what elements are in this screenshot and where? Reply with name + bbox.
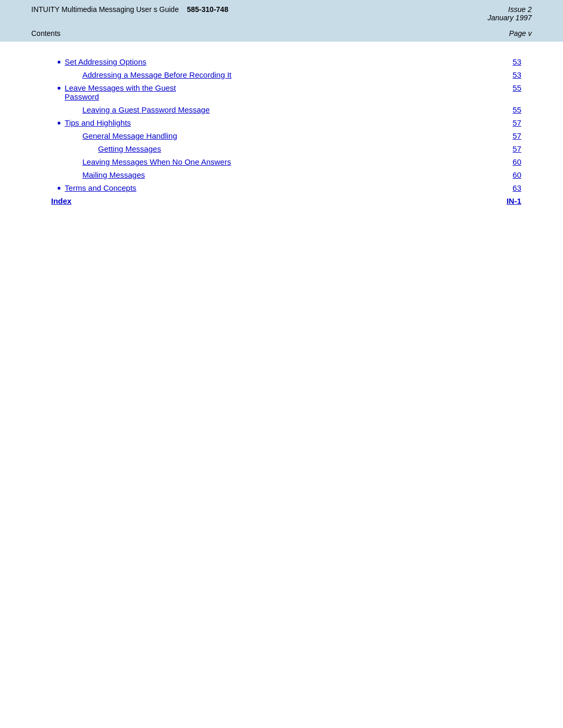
sub-header: Contents Page v [0,27,563,42]
link-index[interactable]: Index [51,196,71,205]
date-label: January 1997 [487,14,532,22]
header-left: INTUITY Multimedia Messaging User s Guid… [31,5,228,14]
page-mailing-messages[interactable]: 60 [512,170,521,179]
link-leaving-no-answer[interactable]: Leaving Messages When No One Answers [82,157,231,166]
link-getting-messages[interactable]: Getting Messages [98,144,161,153]
link-set-addressing[interactable]: Set Addressing Options [65,57,146,66]
issue-label: Issue 2 [487,5,532,14]
toc-entry-leave-messages-guest: ■ Leave Messages with the Guest Password… [42,83,521,101]
doc-number: 585-310-748 [187,5,228,14]
page-set-addressing[interactable]: 53 [512,57,521,66]
link-tips-highlights[interactable]: Tips and Highlights [65,118,131,127]
link-terms-concepts[interactable]: Terms and Concepts [65,183,137,192]
toc-entry-mailing-messages: Mailing Messages 60 [42,170,521,179]
page-general-message-handling[interactable]: 57 [512,131,521,140]
toc-entry-getting-messages: Getting Messages 57 [42,144,521,153]
page-label: Page v [509,29,532,38]
link-addressing-message[interactable]: Addressing a Message Before Recording It [82,70,231,79]
link-leave-messages-guest-line1[interactable]: Leave Messages with the Guest [65,83,176,92]
toc-entry-set-addressing: ■ Set Addressing Options 53 [42,57,521,66]
link-leave-messages-guest-line2[interactable]: Password [65,92,99,101]
content-area: ■ Set Addressing Options 53 Addressing a… [0,42,563,225]
page-index[interactable]: IN-1 [507,196,521,205]
toc-entry-tips-highlights: ■ Tips and Highlights 57 [42,118,521,127]
page-getting-messages[interactable]: 57 [512,144,521,153]
page-terms-concepts[interactable]: 63 [512,183,521,192]
toc-entry-index: Index IN-1 [42,196,521,205]
link-general-message-handling[interactable]: General Message Handling [82,131,177,140]
bullet-icon-tips-highlights: ■ [57,120,60,126]
page-leave-messages-guest[interactable]: 55 [512,83,521,92]
toc-entry-general-message-handling: General Message Handling 57 [42,131,521,140]
toc-entry-leaving-guest-password: Leaving a Guest Password Message 55 [42,105,521,114]
bullet-icon-set-addressing: ■ [57,59,60,65]
page-leaving-no-answer[interactable]: 60 [512,157,521,166]
header-right: Issue 2 January 1997 [487,5,532,22]
link-leaving-guest-password[interactable]: Leaving a Guest Password Message [82,105,210,114]
header-bar: INTUITY Multimedia Messaging User s Guid… [0,0,563,27]
toc-entry-leaving-no-answer: Leaving Messages When No One Answers 60 [42,157,521,166]
toc-entry-terms-concepts: ■ Terms and Concepts 63 [42,183,521,192]
page-leaving-guest-password[interactable]: 55 [512,105,521,114]
contents-label: Contents [31,29,60,38]
toc-entry-addressing-message: Addressing a Message Before Recording It… [42,70,521,79]
page: INTUITY Multimedia Messaging User s Guid… [0,0,563,728]
bullet-icon-leave-messages: ■ [57,85,60,91]
link-mailing-messages[interactable]: Mailing Messages [82,170,145,179]
bullet-icon-terms-concepts: ■ [57,185,60,191]
doc-title: INTUITY Multimedia Messaging User s Guid… [31,5,179,14]
page-tips-highlights[interactable]: 57 [512,118,521,127]
page-addressing-message[interactable]: 53 [512,70,521,79]
